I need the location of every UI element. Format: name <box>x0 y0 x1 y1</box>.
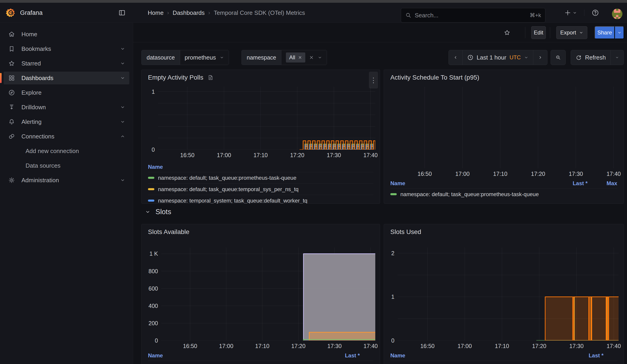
namespace-select[interactable]: All <box>281 50 327 65</box>
avatar[interactable] <box>612 9 623 19</box>
chevron-down-icon <box>524 55 528 60</box>
brand-name: Grafana <box>20 9 43 16</box>
search-icon <box>405 12 412 18</box>
breadcrumb-current: Temporal Core SDK (OTel) Metrics <box>214 9 305 16</box>
timeseries-chart[interactable]: 16:5017:0017:1017:2017:3017:40 <box>388 84 620 178</box>
x-axis-tick-label: 17:30 <box>322 343 347 349</box>
timeseries-chart[interactable]: 16:5017:0017:1017:2017:3017:40012 <box>388 246 620 351</box>
refresh-button[interactable]: Refresh <box>571 50 611 65</box>
y-axis-tick-label: 600 <box>145 285 158 292</box>
sidebar-item-drilldown[interactable]: Drilldown <box>4 101 129 113</box>
time-shift-forward-button[interactable] <box>533 50 547 65</box>
help-icon[interactable] <box>590 8 601 18</box>
chevron-down-icon <box>145 209 151 215</box>
panel-title[interactable]: Activity Schedule To Start (p95) <box>390 74 479 81</box>
sidebar-item-alerting[interactable]: Alerting <box>4 115 129 128</box>
home-icon <box>8 30 15 38</box>
time-range-picker[interactable]: Last 1 hour UTC <box>463 50 533 65</box>
chevron-down-icon <box>579 30 583 35</box>
legend-column-last[interactable]: Last * <box>323 352 360 359</box>
row-slots-toggle[interactable]: Slots <box>145 208 171 216</box>
legend-column-last[interactable]: Last * <box>567 352 604 359</box>
time-range-label: Last 1 hour <box>477 54 506 61</box>
panel-title[interactable]: Empty Activity Polls <box>148 74 213 81</box>
edit-button[interactable]: Edit <box>531 26 546 39</box>
sidebar-item-starred[interactable]: Starred <box>4 57 129 70</box>
sidebar-toggle-icon[interactable] <box>117 8 127 18</box>
brand[interactable]: Grafana <box>6 3 43 23</box>
datasource-select[interactable]: prometheus <box>180 50 229 65</box>
y-axis-tick-label: 1 <box>388 294 394 300</box>
sidebar-item-administration[interactable]: Administration <box>4 174 129 187</box>
panel-title[interactable]: Slots Available <box>148 228 189 236</box>
x-axis-tick-label: 17:10 <box>248 152 273 158</box>
legend-column-name[interactable]: Name <box>148 164 373 170</box>
toolbar-divider <box>525 27 525 38</box>
time-controls: Last 1 hour UTC Refresh <box>448 50 624 65</box>
legend-row[interactable]: namespace: temporal_system; task_queue:d… <box>148 195 373 204</box>
x-axis-tick-label: 17:30 <box>564 343 589 349</box>
connections-icon <box>8 133 15 140</box>
sidebar-item-data-sources[interactable]: Data sources <box>4 159 129 172</box>
legend-row[interactable]: namespace: default; task_queue:prometheu… <box>390 361 617 364</box>
sidebar-item-label: Alerting <box>21 118 114 125</box>
series-name: namespace: default; task_queue:prometheu… <box>158 363 373 364</box>
export-button[interactable]: Export <box>556 26 587 39</box>
series-name: namespace: default; task_queue:prometheu… <box>158 175 373 181</box>
chevron-down-icon <box>120 105 125 110</box>
y-axis-tick-label: 0 <box>145 337 158 344</box>
sidebar-item-explore[interactable]: Explore <box>4 86 129 99</box>
timeseries-chart[interactable]: 16:5017:0017:1017:2017:3017:4010 <box>145 84 377 160</box>
star-icon[interactable] <box>501 26 514 39</box>
chevron-down-icon <box>120 46 125 51</box>
share-button[interactable]: Share <box>595 26 615 39</box>
y-axis-tick-label: 400 <box>145 303 158 309</box>
x-axis-tick-label: 17:40 <box>601 171 624 177</box>
search-input-box[interactable]: ⌘+k <box>401 8 545 23</box>
breadcrumb-home[interactable]: Home <box>148 9 163 16</box>
legend-column-max[interactable]: Max <box>587 180 617 187</box>
legend-row[interactable]: namespace: default; task_queue:prometheu… <box>148 172 373 183</box>
breadcrumb-dashboards[interactable]: Dashboards <box>173 9 205 16</box>
legend-column-name[interactable]: Name <box>390 180 551 187</box>
legend-row[interactable]: namespace: default; task_queue:temporal_… <box>148 183 373 195</box>
sidebar-item-bookmarks[interactable]: Bookmarks <box>4 42 129 55</box>
sidebar-item-home[interactable]: Home <box>4 28 129 41</box>
refresh-interval-button[interactable] <box>611 50 624 65</box>
add-button[interactable] <box>562 8 579 18</box>
y-axis-tick-label: 2 <box>388 250 394 257</box>
series-swatch <box>390 193 397 195</box>
search-input[interactable] <box>415 12 526 19</box>
breadcrumb: Home › Dashboards › Temporal Core SDK (O… <box>148 3 305 23</box>
sidebar-item-add-new-connection[interactable]: Add new connection <box>4 145 129 157</box>
x-axis-tick-label: 17:30 <box>321 152 346 158</box>
legend-column-name[interactable]: Name <box>148 352 323 359</box>
legend-row[interactable]: namespace: default; task_queue:prometheu… <box>148 361 373 364</box>
sidebar-item-dashboards[interactable]: Dashboards <box>4 72 129 84</box>
clear-icon <box>309 55 314 60</box>
time-shift-back-button[interactable] <box>448 50 463 65</box>
chevron-down-icon <box>120 75 125 81</box>
legend-row[interactable]: namespace: default; task_queue:prometheu… <box>390 188 617 200</box>
legend-column-last[interactable]: Last * <box>551 180 587 187</box>
chevron-up-icon <box>120 134 125 139</box>
chevron-down-icon <box>573 10 577 15</box>
chevron-right-icon <box>538 55 543 60</box>
series-swatch <box>148 200 154 202</box>
legend-column-name[interactable]: Name <box>390 352 567 359</box>
namespace-chip[interactable]: All <box>286 52 305 62</box>
x-axis-tick-label: 17:40 <box>601 343 624 349</box>
series-name: namespace: temporal_system; task_queue:d… <box>158 198 373 204</box>
panel-description-icon[interactable] <box>208 75 213 81</box>
browser-chrome-strip <box>0 0 627 3</box>
sidebar-item-label: Dashboards <box>21 75 114 82</box>
legend-table: Namenamespace: default; task_queue:prome… <box>148 162 373 204</box>
app-header: Grafana Home › Dashboards › Temporal Cor… <box>0 3 627 23</box>
timeseries-chart[interactable]: 16:5017:0017:1017:2017:3017:400200400600… <box>145 246 377 351</box>
panel-title[interactable]: Slots Used <box>390 228 421 236</box>
x-axis-tick-label: 16:50 <box>175 152 200 158</box>
x-axis-tick-label: 17:00 <box>214 343 239 349</box>
sidebar-item-connections[interactable]: Connections <box>4 130 129 143</box>
zoom-out-button[interactable] <box>551 50 566 65</box>
share-menu-button[interactable] <box>615 26 624 39</box>
